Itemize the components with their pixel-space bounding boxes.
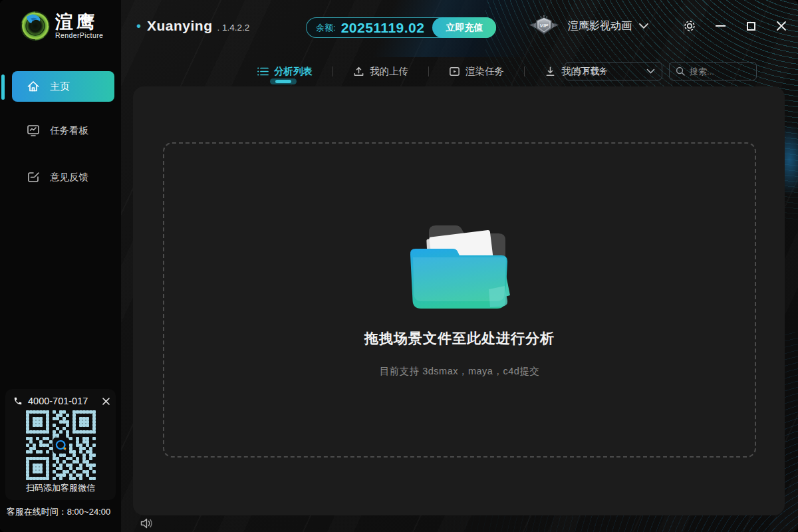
account-menu[interactable]: VIP 渲鹰影视动画 (528, 15, 649, 37)
sidebar-item-label: 任务看板 (50, 124, 88, 137)
tab-label: 我的上传 (370, 65, 408, 78)
task-filter-value: 当月任务 (573, 65, 608, 77)
task-board-icon (25, 122, 41, 138)
dropzone-subtitle: 目前支持 3dsmax，maya，c4d提交 (380, 365, 540, 378)
tab-bar: 分析列表 我的上传 渲染任务 (257, 61, 600, 81)
vip-badge-icon: VIP (528, 15, 560, 37)
maximize-button[interactable] (743, 19, 758, 33)
tab-my-uploads[interactable]: 我的上传 (353, 65, 408, 78)
phone-icon (13, 396, 23, 406)
account-name: 渲鹰影视动画 (568, 19, 632, 33)
qr-caption: 扫码添加客服微信 (5, 482, 116, 494)
service-hours: 客服在线时间：8:00~24:00 (0, 506, 117, 518)
sidebar-item-task-board[interactable]: 任务看板 (12, 117, 114, 144)
task-filter-select[interactable]: 当月任务 (565, 62, 662, 80)
chevron-down-icon (646, 68, 655, 74)
app-version: . 1.4.2.2 (217, 23, 250, 33)
sidebar-item-feedback[interactable]: 意见反馈 (12, 164, 114, 190)
balance-amount: 20251119.02 (341, 20, 425, 36)
content-panel: 拖拽场景文件至此处进行分析 目前支持 3dsmax，maya，c4d提交 (133, 86, 785, 515)
sidebar-item-home[interactable]: 主页 (12, 71, 114, 102)
recharge-button[interactable]: 立即充值 (432, 17, 496, 38)
tab-render-tasks[interactable]: 渲染任务 (449, 65, 504, 78)
dropzone-title: 拖拽场景文件至此处进行分析 (364, 329, 555, 348)
tab-label: 渲染任务 (466, 65, 504, 78)
balance-label: 余额: (316, 22, 336, 34)
download-icon (545, 66, 556, 77)
folder-icon (404, 223, 515, 311)
list-icon (257, 66, 269, 76)
search-box (669, 62, 757, 80)
home-icon (25, 78, 41, 94)
settings-gear-icon[interactable] (682, 19, 697, 33)
tab-label: 分析列表 (274, 65, 313, 78)
upload-icon (353, 66, 364, 77)
search-icon (676, 66, 685, 76)
sidebar: 渲鹰 RenderPicture 主页 任务看板 (0, 0, 121, 532)
titlebar: • Xuanying . 1.4.2.2 余额: 20251119.02 立即充… (121, 0, 798, 57)
scene-file-dropzone[interactable]: 拖拽场景文件至此处进行分析 目前支持 3dsmax，maya，c4d提交 (163, 142, 756, 458)
active-tab-underline (270, 78, 297, 84)
customer-service-card: 4000-701-017 扫码添加客服微信 (5, 389, 116, 500)
search-input[interactable] (690, 66, 751, 76)
balance-pill: 余额: 20251119.02 立即充值 (306, 17, 496, 38)
tab-analysis-list[interactable]: 分析列表 (257, 65, 313, 78)
sidebar-item-label: 意见反馈 (50, 171, 88, 184)
app-title: Xuanying (147, 18, 213, 34)
wechat-qr-logo-icon (53, 438, 69, 454)
feedback-icon (25, 169, 41, 185)
vip-badge-label: VIP (540, 23, 549, 29)
minimize-button[interactable] (713, 19, 728, 33)
active-nav-indicator (1, 74, 5, 100)
title-bullet-icon: • (136, 19, 141, 34)
app-name-cn: 渲鹰 (55, 13, 103, 31)
tab-divider (524, 66, 525, 76)
app-window: 渲鹰 RenderPicture 主页 任务看板 (0, 0, 798, 532)
close-icon[interactable] (102, 397, 110, 406)
chevron-down-icon (638, 23, 649, 29)
sidebar-item-label: 主页 (50, 80, 70, 93)
app-name-en: RenderPicture (55, 31, 103, 39)
close-window-button[interactable] (774, 19, 789, 33)
app-logo: 渲鹰 RenderPicture (20, 11, 103, 41)
tab-divider (428, 66, 429, 76)
tab-divider (332, 66, 333, 76)
announcement-speaker-icon[interactable] (139, 516, 154, 531)
render-video-icon (449, 66, 460, 77)
renderpicture-logo-icon (20, 11, 51, 41)
service-phone-number: 4000-701-017 (28, 396, 88, 406)
